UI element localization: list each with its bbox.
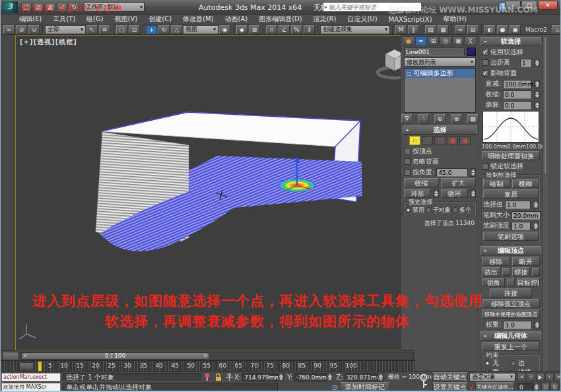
editable-poly-model[interactable] xyxy=(96,112,362,251)
tab-modify[interactable]: ≈ xyxy=(415,36,427,46)
brush-size-field[interactable]: 20.0mm xyxy=(512,211,541,220)
y-coordinate-field[interactable]: -760.0mm xyxy=(294,373,327,381)
modifier-list-dropdown[interactable]: 修改器列表 ▾ xyxy=(404,57,476,67)
named-selection-sets-dropdown[interactable]: 创建选择集 ▾ xyxy=(320,25,390,34)
brush-strength-field[interactable]: 1.0 xyxy=(512,222,531,230)
track-bar-mode-button[interactable] xyxy=(19,362,34,370)
z-coordinate-field[interactable]: 320.871mm xyxy=(345,373,378,381)
selection-value-spinner[interactable] xyxy=(533,201,539,209)
curve-editor-icon[interactable]: ≈ xyxy=(455,25,466,34)
material-editor-icon[interactable]: ◐ xyxy=(484,25,496,34)
orbit-view-icon[interactable]: ↻ xyxy=(550,383,559,391)
absolute-offset-mode-icon[interactable] xyxy=(224,373,234,381)
pinch-field[interactable]: 0.0 xyxy=(503,90,532,99)
subobject-element-icon[interactable]: ◼ xyxy=(459,136,471,145)
object-color-swatch[interactable] xyxy=(467,48,476,56)
percent-snap-icon[interactable]: % xyxy=(291,25,302,34)
go-to-start-button[interactable]: « xyxy=(517,373,526,381)
modifier-stack[interactable]: □ 可编辑多边形 xyxy=(404,68,476,113)
close-button[interactable]: ✕ xyxy=(538,1,558,10)
previous-key-button[interactable]: ‹ xyxy=(527,373,535,381)
maxscript-mini-listener-pink[interactable]: actionMan.exect xyxy=(1,373,61,381)
falloff-field[interactable]: 100.0mm xyxy=(503,80,532,88)
use-pivot-center-icon[interactable]: ◉ xyxy=(219,25,230,34)
pin-stack-icon[interactable]: ∇ xyxy=(401,114,412,123)
brush-strength-spinner[interactable] xyxy=(533,222,539,230)
remove-button[interactable]: 移除 xyxy=(482,257,510,266)
mirror-icon[interactable]: M xyxy=(395,25,407,34)
edge-distance-field[interactable]: 1 xyxy=(520,59,532,67)
panel-scrollbar[interactable] xyxy=(543,35,548,371)
tab-display[interactable]: ▣ xyxy=(452,36,464,46)
object-name-field[interactable]: Line001 xyxy=(404,48,465,56)
render-production-teapot-icon[interactable]: ♨ xyxy=(552,25,561,34)
key-filters-button[interactable]: 关键点过滤器... xyxy=(475,382,515,391)
tab-motion[interactable]: ◎ xyxy=(440,36,451,46)
preview-off-radio[interactable] xyxy=(405,207,411,213)
maxscript-mini-listener-white[interactable]: 欢迎使用 MAXScr xyxy=(1,383,61,391)
paint-button[interactable]: 绘制 xyxy=(483,179,510,188)
current-frame-spinner[interactable] xyxy=(533,383,539,391)
time-slider-track[interactable]: < 0 / 100 > xyxy=(20,352,414,360)
selection-lock-icon[interactable] xyxy=(214,373,222,381)
select-object-icon[interactable]: ↖ xyxy=(86,25,98,34)
chamfer-button[interactable]: 切角 xyxy=(482,278,505,287)
rollout-edit-geometry[interactable]: 编辑几何体 xyxy=(480,331,541,341)
configure-modifier-sets-icon[interactable]: ▦ xyxy=(467,114,478,123)
chamfer-settings-button[interactable] xyxy=(507,278,515,286)
use-soft-selection-checkbox[interactable] xyxy=(482,49,488,55)
menu-item[interactable]: 修改器(M) xyxy=(183,15,213,24)
ribbon-toggle-icon[interactable]: ▦ xyxy=(438,25,449,34)
app-logo[interactable]: 3 xyxy=(2,1,18,13)
blur-button[interactable]: 模糊 xyxy=(512,179,539,188)
stack-item-editable-poly[interactable]: □ 可编辑多边形 xyxy=(405,69,475,78)
edge-distance-checkbox[interactable] xyxy=(482,59,488,66)
subobject-border-icon[interactable]: ○ xyxy=(434,136,446,145)
menu-item[interactable]: 自定义(U) xyxy=(347,15,377,24)
menu-item[interactable]: 组(G) xyxy=(86,15,104,24)
grow-button[interactable]: 扩大 xyxy=(441,178,476,187)
x-coordinate-field[interactable]: 714.979mm xyxy=(242,373,278,381)
bubble-spinner[interactable] xyxy=(534,101,540,110)
next-key-button[interactable]: › xyxy=(545,373,554,381)
spinner-snap-icon[interactable]: ↕ xyxy=(304,25,315,34)
timeline-corner-button[interactable] xyxy=(3,352,18,360)
constraint-edge-radio[interactable] xyxy=(510,360,516,366)
ring-button[interactable]: 环形 xyxy=(404,189,431,198)
menu-item[interactable]: 帮助(H) xyxy=(444,15,467,24)
track-bar[interactable]: 5101520253035404550556065707580859095100 xyxy=(1,360,415,371)
pan-view-icon[interactable]: ◇ xyxy=(541,383,550,391)
tab-utilities[interactable]: ╳ xyxy=(465,36,477,46)
panel-scrollbar-thumb[interactable] xyxy=(544,36,547,175)
select-and-scale-icon[interactable]: △ xyxy=(171,25,182,34)
menu-item[interactable]: 视图(V) xyxy=(115,15,138,24)
rollout-edit-vertices[interactable]: 编辑顶点 xyxy=(480,246,541,255)
layer-manager-icon[interactable]: ▤ xyxy=(425,25,436,34)
preview-multiple-radio[interactable] xyxy=(452,207,458,213)
subobject-polygon-icon[interactable]: ■ xyxy=(447,136,458,145)
align-icon[interactable]: ∥ xyxy=(408,25,419,34)
bind-to-spacewarp-icon[interactable]: ∪ xyxy=(28,25,40,34)
set-key-button[interactable]: 设置关键点 xyxy=(432,382,468,391)
snap-toggle-icon[interactable]: ∩ xyxy=(266,25,277,34)
loop-button[interactable]: 循环 xyxy=(441,189,468,198)
auto-key-button[interactable]: 自动关键点 xyxy=(432,372,468,381)
reference-coordinate-dropdown[interactable]: 视图 ▾ xyxy=(183,25,218,34)
by-angle-spinner[interactable] xyxy=(470,168,476,177)
time-slider-handle[interactable]: < 0 / 100 > xyxy=(21,352,209,360)
connect-button[interactable]: 连接 xyxy=(490,288,532,298)
shrink-button[interactable]: 收缩 xyxy=(404,178,439,187)
render-setup-icon[interactable]: ● xyxy=(497,25,508,34)
edge-distance-spinner[interactable] xyxy=(534,59,540,67)
set-keys-key-icon[interactable] xyxy=(418,373,430,390)
tab-hierarchy[interactable]: ⊞ xyxy=(428,36,440,46)
menu-item[interactable]: 动画(A) xyxy=(225,15,248,24)
weight-field[interactable]: 1.0 xyxy=(503,321,532,329)
viewport-label[interactable]: [+][透视][线框] xyxy=(20,38,77,47)
rollout-soft-selection[interactable]: 软选择 xyxy=(480,37,541,46)
bubble-field[interactable]: 0.0 xyxy=(503,101,532,110)
unlink-selection-icon[interactable]: ⊘ xyxy=(16,25,27,34)
selection-filter-dropdown[interactable]: 全部 ▾ xyxy=(45,25,86,34)
play-button[interactable]: ▶ xyxy=(536,373,544,381)
tab-create[interactable]: ● xyxy=(403,36,414,46)
